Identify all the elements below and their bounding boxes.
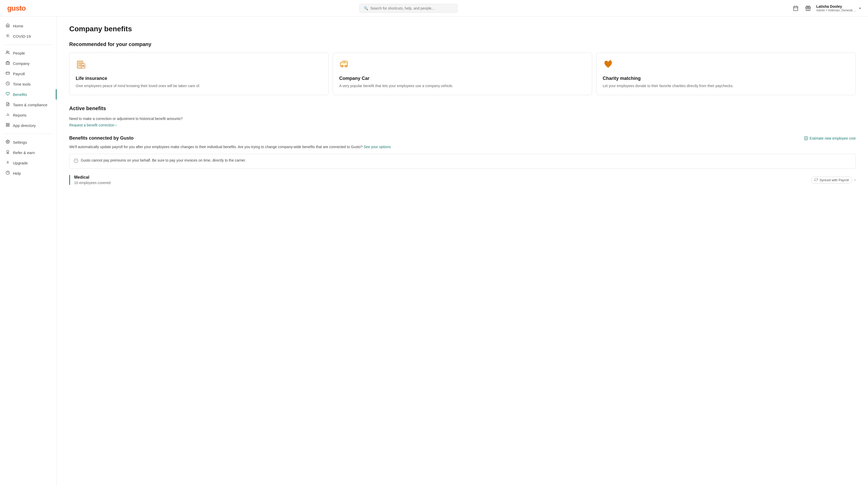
header-icons (792, 4, 812, 12)
sidebar-item-home[interactable]: Home (0, 21, 57, 31)
svg-text:8: 8 (83, 65, 84, 67)
page-title: Company benefits (69, 25, 856, 33)
app-directory-icon (5, 123, 10, 128)
benefits-connected-title: Benefits connected by Gusto (69, 136, 133, 141)
svg-line-10 (9, 37, 9, 37)
life-insurance-icon: 8 (76, 59, 322, 72)
sidebar-item-payroll[interactable]: Payroll (0, 68, 57, 79)
medical-title: Medical (74, 175, 111, 180)
synced-label: Synced with Payroll (819, 178, 848, 182)
user-dropdown-icon: ▾ (859, 6, 861, 10)
svg-rect-0 (793, 6, 798, 10)
medical-section: Medical 10 employees covered Synced with… (69, 175, 856, 185)
logo[interactable]: gusto (7, 4, 26, 12)
user-role: Admin • Volkman, Denesik ... (816, 8, 856, 12)
correction-link[interactable]: Request a benefit correction › (69, 123, 117, 127)
user-name: Latisha Dooley (816, 4, 856, 8)
svg-rect-44 (343, 61, 345, 62)
sidebar-item-reports[interactable]: Reports (0, 110, 57, 120)
svg-rect-17 (6, 72, 9, 74)
company-car-desc: A very popular benefit that lets your em… (339, 83, 586, 89)
active-benefits-section: Active benefits Need to make a correctio… (69, 106, 856, 185)
layout: Home COVID-19 People Company Payroll (0, 17, 868, 486)
covid-icon (5, 34, 10, 39)
sidebar-item-benefits[interactable]: Benefits (0, 89, 57, 99)
svg-rect-27 (6, 125, 7, 126)
benefit-cards-grid: 8 Life insurance Give employees peace of… (69, 53, 856, 95)
sidebar-item-time-tools[interactable]: Time tools (0, 79, 57, 89)
benefits-icon (5, 92, 10, 97)
benefit-card-charity-matching[interactable]: Charity matching Let your employees dona… (596, 53, 856, 95)
sidebar-item-app-directory[interactable]: App directory (0, 120, 57, 131)
warning-text: Gusto cannot pay premiums on your behalf… (81, 158, 246, 162)
sidebar-item-settings[interactable]: Settings (0, 137, 57, 147)
synced-badge: Synced with Payroll (811, 177, 852, 183)
svg-point-29 (7, 141, 8, 142)
sidebar-item-covid[interactable]: COVID-19 (0, 31, 57, 41)
header: gusto 🔍 Latisha Dooley Admin • Volkman, … (0, 0, 868, 17)
reports-icon (5, 112, 10, 118)
company-icon (5, 61, 10, 66)
medical-right: Synced with Payroll › (811, 177, 856, 183)
charity-matching-icon (603, 59, 849, 72)
search-bar[interactable]: 🔍 (359, 4, 458, 13)
svg-line-14 (9, 34, 9, 35)
user-info[interactable]: Latisha Dooley Admin • Volkman, Denesik … (816, 4, 861, 12)
calendar-icon[interactable] (792, 4, 800, 12)
svg-point-41 (342, 66, 343, 67)
upgrade-icon (5, 160, 10, 166)
sidebar-item-company[interactable]: Company (0, 58, 57, 68)
benefits-connected-header: Benefits connected by Gusto Estimate new… (69, 136, 856, 141)
recommended-section: Recommended for your company 8 (69, 41, 856, 95)
sidebar-divider-2 (4, 134, 53, 134)
charity-matching-title: Charity matching (603, 76, 849, 81)
svg-point-6 (7, 35, 8, 36)
svg-rect-16 (6, 62, 9, 64)
sidebar-item-refer[interactable]: Refer & earn (0, 147, 57, 158)
main-content: Company benefits Recommended for your co… (57, 17, 868, 486)
life-insurance-desc: Give employees peace of mind knowing the… (76, 83, 322, 89)
help-icon (5, 171, 10, 176)
connected-desc: We'll automatically update payroll for y… (69, 144, 856, 150)
company-car-title: Company Car (339, 76, 586, 81)
home-icon (5, 23, 10, 28)
svg-rect-25 (6, 123, 7, 124)
sidebar-item-taxes[interactable]: Taxes & compliance (0, 99, 57, 110)
medical-chevron-icon[interactable]: › (854, 178, 856, 182)
see-options-link[interactable]: See your options (364, 145, 391, 149)
search-input[interactable] (370, 6, 453, 10)
gift-icon[interactable] (804, 4, 812, 12)
header-right: Latisha Dooley Admin • Volkman, Denesik … (792, 4, 861, 12)
benefit-card-company-car[interactable]: 🦊 Company Car A very popular benefit tha… (333, 53, 592, 95)
svg-rect-26 (8, 123, 9, 124)
estimate-icon (804, 136, 808, 140)
time-tools-icon (5, 81, 10, 87)
estimate-link[interactable]: Estimate new employee cost (804, 136, 856, 140)
people-icon (5, 50, 10, 56)
correction-arrow-icon: › (116, 123, 117, 127)
sidebar-item-people[interactable]: People (0, 48, 57, 58)
active-benefits-title: Active benefits (69, 106, 856, 111)
sidebar: Home COVID-19 People Company Payroll (0, 17, 57, 486)
sync-icon (814, 178, 818, 182)
svg-line-13 (6, 37, 7, 37)
medical-header: Medical 10 employees covered Synced with… (74, 175, 856, 185)
benefit-card-life-insurance[interactable]: 8 Life insurance Give employees peace of… (69, 53, 329, 95)
taxes-icon (5, 102, 10, 107)
medical-subtitle: 10 employees covered (74, 181, 111, 185)
svg-point-30 (7, 150, 9, 152)
company-car-icon: 🦊 (339, 59, 586, 72)
settings-icon (5, 140, 10, 145)
medical-info: Medical 10 employees covered (74, 175, 111, 185)
recommended-title: Recommended for your company (69, 41, 856, 47)
logo-text: gusto (7, 4, 26, 12)
warning-box: Gusto cannot pay premiums on your behalf… (69, 154, 856, 169)
refer-icon (5, 150, 10, 155)
sidebar-item-help[interactable]: Help (0, 168, 57, 178)
search-icon: 🔍 (364, 6, 368, 10)
correction-text: Need to make a correction or adjustment … (69, 117, 856, 121)
life-insurance-title: Life insurance (76, 76, 322, 81)
svg-point-15 (6, 51, 8, 52)
charity-matching-desc: Let your employees donate to their favor… (603, 83, 849, 89)
sidebar-item-upgrade[interactable]: Upgrade (0, 158, 57, 168)
